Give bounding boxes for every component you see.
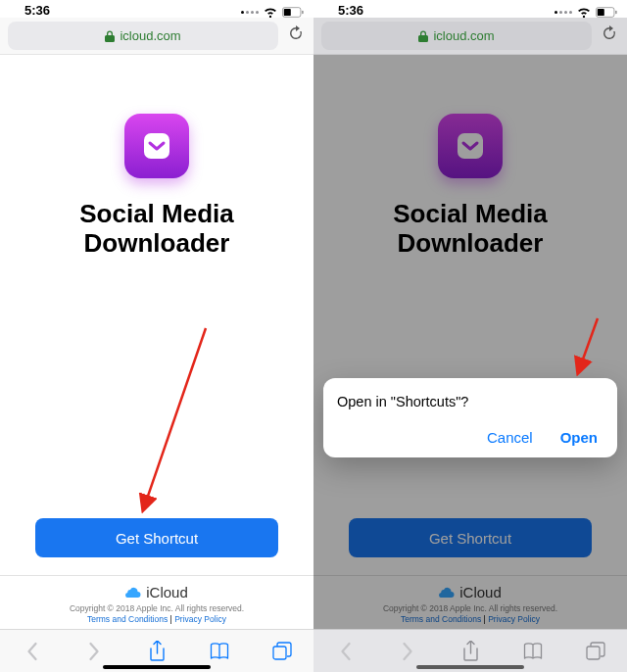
status-bar: 5:36 xyxy=(314,0,627,18)
tabs-icon xyxy=(272,642,292,660)
tabs-button[interactable] xyxy=(267,642,297,660)
terms-link[interactable]: Terms and Conditions xyxy=(87,614,168,624)
wifi-icon xyxy=(264,7,277,18)
battery-icon xyxy=(282,7,304,18)
status-bar: 5:36 xyxy=(0,0,314,18)
reload-icon xyxy=(288,25,304,42)
reload-button[interactable] xyxy=(600,25,619,46)
copyright-text: Copyright © 2018 Apple Inc. All rights r… xyxy=(70,603,244,613)
cloud-icon xyxy=(125,584,141,600)
status-icons xyxy=(241,7,304,18)
safari-address-bar: icloud.com xyxy=(0,18,314,55)
shortcut-app-icon xyxy=(124,114,189,178)
share-icon xyxy=(149,641,166,662)
safari-address-bar: icloud.com xyxy=(314,18,627,55)
bookmarks-button[interactable] xyxy=(205,643,234,660)
lock-icon xyxy=(418,30,428,42)
page-content: Social Media Downloader Get Shortcut iCl… xyxy=(0,55,314,629)
privacy-link[interactable]: Privacy Policy xyxy=(174,614,226,624)
svg-rect-8 xyxy=(615,11,616,15)
page-content: Social Media Downloader Get Shortcut iCl… xyxy=(314,55,627,629)
divider xyxy=(0,575,314,576)
chevron-left-icon xyxy=(339,642,352,661)
status-time: 5:36 xyxy=(338,3,363,18)
bookmarks-button[interactable] xyxy=(518,643,548,660)
icloud-logo: iCloud xyxy=(125,584,188,600)
alert-actions: Cancel Open xyxy=(337,429,603,450)
tabs-button[interactable] xyxy=(581,642,610,660)
url-domain: icloud.com xyxy=(433,28,494,43)
book-icon xyxy=(210,643,229,660)
url-domain: icloud.com xyxy=(120,28,180,43)
svg-rect-2 xyxy=(302,11,303,15)
forward-button[interactable] xyxy=(79,642,109,661)
chevron-down-icon xyxy=(140,129,173,163)
chevron-right-icon xyxy=(88,642,101,661)
page-title-line2: Downloader xyxy=(79,229,234,259)
status-icons xyxy=(555,7,617,18)
wifi-icon xyxy=(577,7,591,18)
screenshot-right: 5:36 icloud.com xyxy=(314,0,627,672)
home-indicator xyxy=(416,665,524,669)
reload-button[interactable] xyxy=(286,25,306,46)
battery-icon xyxy=(596,7,617,18)
chevron-left-icon xyxy=(25,642,38,661)
shortcut-icon-wrap xyxy=(124,114,189,178)
share-button[interactable] xyxy=(456,641,485,662)
svg-rect-3 xyxy=(144,133,169,159)
lock-icon xyxy=(105,30,115,42)
alert-open-button[interactable]: Open xyxy=(560,429,598,446)
chevron-right-icon xyxy=(402,642,414,661)
tabs-icon xyxy=(586,642,605,660)
screenshot-left: 5:36 icloud.com xyxy=(0,0,314,672)
svg-rect-7 xyxy=(598,9,604,16)
reload-icon xyxy=(602,25,617,42)
url-field[interactable]: icloud.com xyxy=(321,22,592,50)
share-icon xyxy=(462,641,479,662)
get-shortcut-button[interactable]: Get Shortcut xyxy=(35,518,278,557)
alert-cancel-button[interactable]: Cancel xyxy=(487,429,533,446)
svg-rect-1 xyxy=(284,9,291,16)
page-title-line1: Social Media xyxy=(79,200,234,229)
cellular-icon xyxy=(555,11,572,14)
back-button[interactable] xyxy=(17,642,46,661)
svg-rect-4 xyxy=(273,647,286,659)
icloud-label: iCloud xyxy=(146,584,188,600)
open-in-alert: Open in "Shortcuts"? Cancel Open xyxy=(323,378,617,457)
book-icon xyxy=(523,643,543,660)
alert-title: Open in "Shortcuts"? xyxy=(337,394,603,409)
legal-links: Terms and Conditions | Privacy Policy xyxy=(87,614,226,624)
modal-backdrop xyxy=(314,55,627,629)
forward-button[interactable] xyxy=(393,642,422,661)
status-time: 5:36 xyxy=(24,3,50,18)
back-button[interactable] xyxy=(330,642,360,661)
url-field[interactable]: icloud.com xyxy=(8,22,278,50)
cellular-icon xyxy=(241,11,259,14)
svg-rect-10 xyxy=(587,647,600,659)
home-indicator xyxy=(103,665,211,669)
share-button[interactable] xyxy=(142,641,171,662)
title-block: Social Media Downloader xyxy=(79,200,234,259)
